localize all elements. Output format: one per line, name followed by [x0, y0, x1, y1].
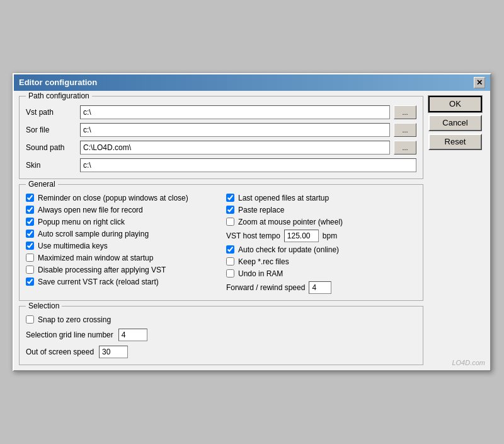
- grid-line-row: Selection grid line number: [26, 329, 416, 341]
- sound-path-label: Sound path: [26, 143, 76, 152]
- check-popup-menu-input[interactable]: [26, 218, 34, 226]
- forward-speed-input[interactable]: [309, 281, 331, 294]
- close-button[interactable]: ✕: [474, 77, 485, 88]
- check-multimedia-keys-label: Use multimedia keys: [38, 242, 108, 250]
- sound-path-input[interactable]: [80, 141, 390, 155]
- general-group: General Reminder on close (popup windows…: [19, 184, 423, 301]
- sor-file-input[interactable]: [80, 123, 390, 137]
- selection-title: Selection: [26, 301, 62, 310]
- check-snap-zero-input[interactable]: [26, 315, 34, 324]
- check-paste-replace-label: Paste replace: [238, 206, 284, 214]
- check-zoom-mouse-label: Zoom at mouse pointer (wheel): [238, 218, 343, 226]
- watermark: LO4D.com: [452, 359, 485, 366]
- check-reminder-input[interactable]: [26, 194, 34, 202]
- vst-path-label: Vst path: [26, 108, 76, 117]
- forward-speed-label: Forward / rewind speed: [226, 283, 305, 292]
- title-bar: Editor configuration ✕: [14, 74, 490, 91]
- vst-tempo-row: VST host tempo bpm: [226, 230, 416, 242]
- check-zoom-mouse-input[interactable]: [226, 218, 234, 226]
- forward-speed-row: Forward / rewind speed: [226, 281, 416, 294]
- right-panel: OK Cancel Reset: [428, 96, 485, 365]
- check-multimedia-keys: Use multimedia keys: [26, 242, 216, 250]
- cancel-button[interactable]: Cancel: [428, 115, 482, 131]
- sound-path-browse-button[interactable]: ...: [394, 141, 416, 155]
- skin-label: Skin: [26, 161, 76, 170]
- check-save-vst-input[interactable]: [26, 278, 34, 286]
- check-reminder-label: Reminder on close (popup windows at clos…: [38, 194, 188, 202]
- check-maximized-input[interactable]: [26, 254, 34, 262]
- check-auto-scroll-input[interactable]: [26, 230, 34, 238]
- out-of-screen-input[interactable]: [99, 346, 128, 358]
- check-undo-ram: Undo in RAM: [226, 269, 416, 278]
- check-auto-update: Auto check for update (online): [226, 245, 416, 254]
- check-disable-processing: Disable processing after applying VST: [26, 266, 216, 274]
- check-undo-ram-label: Undo in RAM: [238, 269, 283, 278]
- check-popup-menu: Popup menu on right click: [26, 218, 216, 226]
- check-auto-update-input[interactable]: [226, 245, 234, 254]
- check-last-opened: Last opened files at startup: [226, 194, 416, 202]
- vst-path-input[interactable]: [80, 105, 390, 119]
- skin-row: Skin: [26, 158, 416, 172]
- path-grid: Vst path ... Sor file ... Sound path ...: [26, 105, 416, 155]
- dialog-title: Editor configuration: [19, 78, 97, 87]
- check-disable-processing-input[interactable]: [26, 266, 34, 274]
- path-config-title: Path configuration: [26, 91, 92, 100]
- vst-tempo-unit: bpm: [323, 231, 337, 240]
- check-save-vst-label: Save current VST rack (reload start): [38, 278, 159, 286]
- left-panel: Path configuration Vst path ... Sor file…: [19, 96, 423, 365]
- vst-tempo-label: VST host tempo: [226, 231, 280, 240]
- grid-line-input[interactable]: [118, 329, 147, 341]
- general-left-col: Reminder on close (popup windows at clos…: [26, 194, 216, 294]
- check-keep-rec: Keep *.rec files: [226, 257, 416, 266]
- check-maximized: Maximized main window at startup: [26, 254, 216, 262]
- check-disable-processing-label: Disable processing after applying VST: [38, 266, 166, 274]
- check-paste-replace-input[interactable]: [226, 206, 234, 214]
- check-always-open-input[interactable]: [26, 206, 34, 214]
- reset-button[interactable]: Reset: [428, 134, 482, 150]
- out-of-screen-row: Out of screen speed: [26, 346, 416, 358]
- check-always-open-label: Always open new file for record: [38, 206, 143, 214]
- check-multimedia-keys-input[interactable]: [26, 242, 34, 250]
- check-keep-rec-input[interactable]: [226, 257, 234, 266]
- check-snap-zero: Snap to zero crossing: [26, 315, 416, 324]
- check-maximized-label: Maximized main window at startup: [38, 254, 153, 262]
- skin-input[interactable]: [80, 158, 416, 172]
- check-save-vst: Save current VST rack (reload start): [26, 278, 216, 286]
- check-keep-rec-label: Keep *.rec files: [238, 257, 289, 266]
- check-always-open: Always open new file for record: [26, 206, 216, 214]
- out-of-screen-label: Out of screen speed: [26, 348, 94, 356]
- general-columns: Reminder on close (popup windows at clos…: [26, 194, 416, 294]
- general-title: General: [26, 180, 58, 189]
- check-auto-scroll-label: Auto scroll sample during playing: [38, 230, 149, 238]
- ok-button[interactable]: OK: [428, 96, 482, 112]
- check-undo-ram-input[interactable]: [226, 269, 234, 278]
- check-reminder: Reminder on close (popup windows at clos…: [26, 194, 216, 202]
- main-content: Path configuration Vst path ... Sor file…: [19, 96, 485, 365]
- editor-config-dialog: Editor configuration ✕ Path configuratio…: [13, 73, 491, 371]
- vst-path-browse-button[interactable]: ...: [394, 105, 416, 119]
- check-auto-update-label: Auto check for update (online): [238, 245, 339, 254]
- check-zoom-mouse: Zoom at mouse pointer (wheel): [226, 218, 416, 226]
- sor-file-browse-button[interactable]: ...: [394, 123, 416, 137]
- check-auto-scroll: Auto scroll sample during playing: [26, 230, 216, 238]
- check-last-opened-label: Last opened files at startup: [238, 194, 329, 202]
- check-paste-replace: Paste replace: [226, 206, 416, 214]
- general-right-col: Last opened files at startup Paste repla…: [226, 194, 416, 294]
- check-popup-menu-label: Popup menu on right click: [38, 218, 125, 226]
- check-snap-zero-label: Snap to zero crossing: [38, 315, 111, 324]
- vst-tempo-input[interactable]: [284, 230, 319, 242]
- selection-group: Selection Snap to zero crossing Selectio…: [19, 306, 423, 365]
- check-last-opened-input[interactable]: [226, 194, 234, 202]
- grid-line-label: Selection grid line number: [26, 330, 113, 339]
- path-config-group: Path configuration Vst path ... Sor file…: [19, 96, 423, 179]
- sor-file-label: Sor file: [26, 126, 76, 134]
- selection-section: Snap to zero crossing Selection grid lin…: [26, 315, 416, 358]
